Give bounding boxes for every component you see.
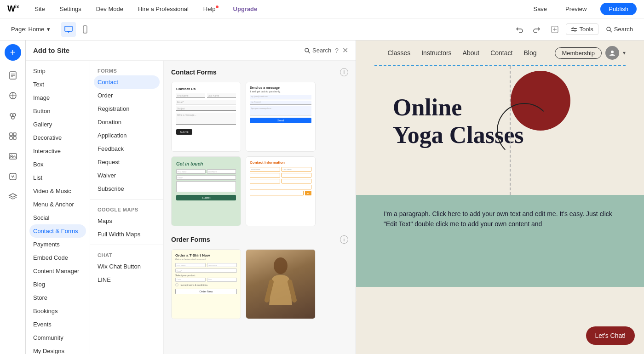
design-icon[interactable] xyxy=(4,86,22,105)
help-menu[interactable]: Help xyxy=(201,4,221,14)
nav-contact-forms[interactable]: Contact & Forms xyxy=(29,224,86,238)
mid-line[interactable]: LINE xyxy=(90,273,163,286)
teal-paragraph[interactable]: I'm a paragraph. Click here to add your … xyxy=(384,209,616,229)
mid-registration[interactable]: Registration xyxy=(90,102,163,115)
chevron-down-icon: ▾ xyxy=(47,26,50,33)
contact-nav-link[interactable]: Contact xyxy=(490,49,512,57)
tools-label: Tools xyxy=(579,26,593,33)
nav-content-manager[interactable]: Content Manager xyxy=(26,264,90,278)
user-avatar[interactable] xyxy=(605,46,619,60)
nav-gallery[interactable]: Gallery xyxy=(26,118,90,131)
order-form-card-1[interactable]: Order a T-Shirt Now Get one before stock… xyxy=(171,249,241,319)
order-forms-header: Order Forms i xyxy=(171,235,348,244)
mid-donation[interactable]: Donation xyxy=(90,115,163,129)
apps-icon[interactable] xyxy=(4,127,22,145)
nav-community[interactable]: Community xyxy=(26,331,90,344)
panel-middle-nav: FORMS Contact Order Registration Donatio… xyxy=(90,61,164,354)
contact-form-card-4[interactable]: Contact Information First Name Last Name xyxy=(246,156,316,226)
decorative-arc xyxy=(497,103,552,158)
page-selector[interactable]: Page: Home ▾ xyxy=(7,24,54,34)
pages-icon[interactable] xyxy=(4,66,22,85)
nav-video-music[interactable]: Video & Music xyxy=(26,184,90,198)
svg-point-21 xyxy=(12,116,14,119)
nav-image[interactable]: Image xyxy=(26,91,90,104)
forms-section-label: FORMS xyxy=(90,64,163,75)
hire-professional-menu[interactable]: Hire a Professional xyxy=(135,4,191,14)
undo-button[interactable] xyxy=(512,22,527,37)
membership-button[interactable]: Membership xyxy=(555,47,602,59)
nav-payments[interactable]: Payments xyxy=(26,238,90,251)
nav-events[interactable]: Events xyxy=(26,318,90,331)
user-chevron-icon[interactable]: ▾ xyxy=(623,50,626,56)
upgrade-menu[interactable]: Upgrade xyxy=(230,4,260,14)
nav-blog[interactable]: Blog xyxy=(26,278,90,291)
mobile-view-button[interactable] xyxy=(78,22,92,37)
contact-forms-info-icon[interactable]: i xyxy=(340,68,348,76)
svg-rect-11 xyxy=(575,30,575,32)
instructors-nav-link[interactable]: Instructors xyxy=(421,49,451,57)
desktop-view-button[interactable] xyxy=(61,22,76,37)
mid-order[interactable]: Order xyxy=(90,89,163,102)
mid-request[interactable]: Request xyxy=(90,155,163,169)
contact-form-preview-4: Contact Information First Name Last Name xyxy=(246,157,315,226)
svg-rect-24 xyxy=(10,137,12,139)
blog-nav-link[interactable]: Blog xyxy=(523,49,536,57)
nav-embed-code[interactable]: Embed Code xyxy=(26,251,90,264)
contact-form-card-1[interactable]: Contact Us First Name Last Name Email* S… xyxy=(171,82,241,152)
nav-my-designs[interactable]: My Designs xyxy=(26,344,90,354)
mid-feedback[interactable]: Feedback xyxy=(90,142,163,155)
nav-interactive[interactable]: Interactive xyxy=(26,144,90,158)
order-form-card-2[interactable] xyxy=(246,249,316,319)
redo-button[interactable] xyxy=(529,22,544,37)
panel-close-button[interactable]: ✕ xyxy=(342,46,348,55)
mid-maps[interactable]: Maps xyxy=(90,214,163,228)
nav-bookings[interactable]: Bookings xyxy=(26,304,90,318)
mid-subscribe[interactable]: Subscribe xyxy=(90,182,163,195)
nav-box[interactable]: Box xyxy=(26,158,90,171)
search-button[interactable]: Search xyxy=(602,24,637,34)
nav-store[interactable]: Store xyxy=(26,291,90,304)
mid-contact[interactable]: Contact xyxy=(94,75,160,89)
nav-button[interactable]: Button xyxy=(26,104,90,118)
panel-header: Add to Site Search ? ✕ xyxy=(26,40,356,61)
order-forms-info-icon[interactable]: i xyxy=(340,235,348,244)
mid-full-width-maps[interactable]: Full Width Maps xyxy=(90,228,163,241)
page-selector-label: Page: Home xyxy=(11,26,44,33)
settings-menu[interactable]: Settings xyxy=(57,4,84,14)
layers-icon[interactable] xyxy=(4,188,22,206)
classes-nav-link[interactable]: Classes xyxy=(387,49,410,57)
site-header-right: Membership ▾ xyxy=(555,46,626,60)
about-nav-link[interactable]: About xyxy=(463,49,480,57)
chat-button[interactable]: Let's Chat! xyxy=(586,326,635,345)
panel-left-nav: Strip Text Image Button Gallery Decorati… xyxy=(26,61,90,354)
nav-menu-anchor[interactable]: Menu & Anchor xyxy=(26,198,90,211)
order-forms-grid: Order a T-Shirt Now Get one before stock… xyxy=(171,249,348,319)
save-button[interactable]: Save xyxy=(529,4,552,14)
nav-social[interactable]: Social xyxy=(26,211,90,224)
preview-button[interactable]: Preview xyxy=(561,4,591,14)
contact-form-preview-2: Send us a message & we'll get back to yo… xyxy=(246,82,315,151)
media-icon[interactable] xyxy=(4,147,22,166)
contact-forms-title: Contact Forms xyxy=(171,69,217,76)
mid-application[interactable]: Application xyxy=(90,129,163,142)
panel-help-icon[interactable]: ? xyxy=(335,47,339,54)
add-element-button[interactable]: + xyxy=(5,44,21,61)
nav-text[interactable]: Text xyxy=(26,78,90,91)
mid-waiver[interactable]: Waiver xyxy=(90,169,163,182)
panel-search-button[interactable]: Search xyxy=(304,47,331,54)
nav-list[interactable]: List xyxy=(26,171,90,184)
contact-form-card-3[interactable]: Get in touch First Name Last Name Email*… xyxy=(171,156,241,226)
zoom-button[interactable] xyxy=(547,22,562,37)
contact-forms-header: Contact Forms i xyxy=(171,68,348,76)
contact-form-card-2[interactable]: Send us a message & we'll get back to yo… xyxy=(246,82,316,152)
nav-strip[interactable]: Strip xyxy=(26,64,90,78)
mid-wix-chat[interactable]: Wix Chat Button xyxy=(90,260,163,273)
dev-mode-menu[interactable]: Dev Mode xyxy=(93,4,126,14)
teal-section: I'm a paragraph. Click here to add your … xyxy=(356,195,644,287)
publish-button[interactable]: Publish xyxy=(600,3,637,15)
nav-decorative[interactable]: Decorative xyxy=(26,131,90,144)
theme-icon[interactable] xyxy=(4,107,22,125)
wix-apps-icon[interactable] xyxy=(4,167,22,186)
tools-button[interactable]: Tools xyxy=(566,23,598,35)
site-menu[interactable]: Site xyxy=(32,4,47,14)
